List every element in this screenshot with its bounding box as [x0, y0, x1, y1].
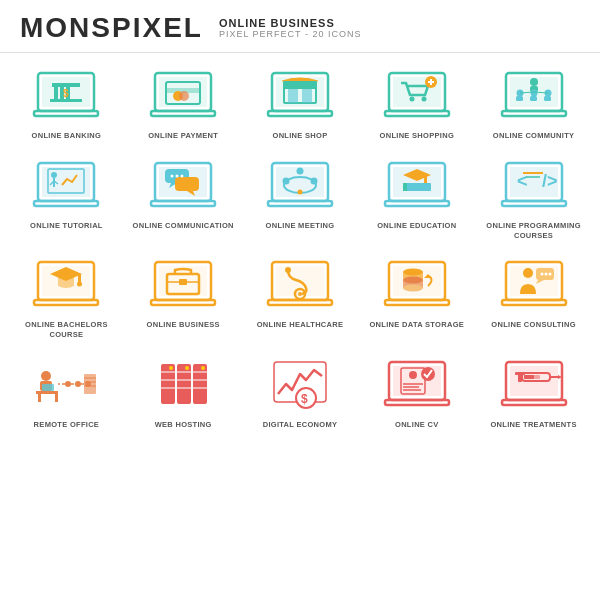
svg-point-122 [41, 371, 51, 381]
svg-rect-121 [502, 300, 566, 305]
svg-rect-139 [177, 364, 191, 404]
online-cv-icon [377, 354, 457, 416]
svg-rect-2 [52, 83, 80, 87]
svg-rect-38 [530, 96, 537, 101]
icon-cell-web-hosting: WEB HOSTING [127, 348, 240, 434]
svg-point-151 [185, 366, 189, 370]
online-shopping-icon [377, 65, 457, 127]
icon-cell-online-bachelors: ONLINE BACHELORS COURSE [10, 248, 123, 344]
svg-point-69 [297, 189, 302, 194]
svg-rect-3 [54, 87, 58, 99]
icon-cell-remote-office: REMOTE OFFICE [10, 348, 123, 434]
digital-economy-icon: $ [260, 354, 340, 416]
online-data-label: ONLINE DATA STORAGE [369, 320, 464, 330]
svg-rect-85 [502, 201, 566, 206]
icon-cell-online-shop: ONLINE SHOP [244, 59, 357, 145]
svg-rect-126 [55, 394, 58, 402]
icon-cell-online-business: ONLINE BUSINESS [127, 248, 240, 344]
svg-rect-40 [544, 96, 551, 101]
svg-rect-52 [34, 201, 98, 206]
svg-rect-62 [151, 201, 215, 206]
svg-rect-124 [36, 391, 58, 394]
svg-point-119 [544, 273, 547, 276]
svg-rect-76 [403, 183, 431, 191]
svg-rect-6 [50, 99, 82, 102]
svg-rect-91 [34, 300, 98, 305]
online-communication-icon [143, 155, 223, 217]
online-treatments-label: ONLINE TREATMENTS [490, 420, 576, 430]
svg-rect-74 [424, 175, 427, 183]
online-consulting-icon [494, 254, 574, 316]
svg-point-102 [298, 292, 302, 296]
online-banking-icon: $ [26, 65, 106, 127]
svg-rect-125 [38, 394, 41, 402]
icon-cell-online-tutorial: ONLINE TUTORIAL [10, 149, 123, 245]
icon-cell-digital-economy: $ DIGITAL ECONOMY [244, 348, 357, 434]
svg-point-118 [540, 273, 543, 276]
icon-cell-online-payment: ONLINE PAYMENT [127, 59, 240, 145]
online-banking-label: ONLINE BANKING [32, 131, 102, 141]
online-tutorial-icon [26, 155, 106, 217]
svg-point-101 [285, 267, 291, 273]
svg-point-128 [65, 381, 71, 387]
online-community-label: ONLINE COMMUNITY [493, 131, 574, 141]
icon-cell-online-programming: < /> ONLINE PROGRAMMING COURSES [477, 149, 590, 245]
svg-point-33 [530, 78, 538, 86]
icon-cell-online-banking: $ ONLINE BANKING [10, 59, 123, 145]
online-treatments-icon [494, 354, 574, 416]
svg-rect-21 [302, 89, 312, 103]
svg-rect-134 [84, 374, 96, 394]
online-meeting-label: ONLINE MEETING [266, 221, 335, 231]
svg-rect-138 [161, 364, 175, 404]
online-cv-label: ONLINE CV [395, 420, 439, 430]
online-shop-icon [260, 65, 340, 127]
svg-rect-57 [175, 177, 199, 191]
svg-point-66 [296, 167, 303, 174]
svg-point-129 [75, 381, 81, 387]
svg-rect-140 [193, 364, 207, 404]
web-hosting-label: WEB HOSTING [155, 420, 212, 430]
online-data-icon [377, 254, 457, 316]
svg-point-14 [179, 91, 189, 101]
svg-rect-8 [34, 111, 98, 116]
online-bachelors-label: ONLINE BACHELORS COURSE [12, 320, 121, 340]
online-shopping-label: ONLINE SHOPPING [380, 131, 455, 141]
svg-rect-19 [284, 81, 316, 89]
remote-office-icon [26, 354, 106, 416]
online-healthcare-icon [260, 254, 340, 316]
svg-text:/>: /> [542, 171, 558, 191]
online-business-label: ONLINE BUSINESS [147, 320, 220, 330]
svg-rect-173 [524, 375, 534, 379]
online-programming-label: ONLINE PROGRAMMING COURSES [479, 221, 588, 241]
svg-rect-103 [268, 300, 332, 305]
icon-cell-online-cv: ONLINE CV [360, 348, 473, 434]
svg-rect-44 [502, 111, 566, 116]
online-tutorial-label: ONLINE TUTORIAL [30, 221, 103, 231]
svg-point-48 [51, 172, 57, 178]
icon-cell-online-data: ONLINE DATA STORAGE [360, 248, 473, 344]
svg-point-110 [403, 285, 423, 292]
online-community-icon [494, 65, 574, 127]
svg-rect-172 [515, 372, 525, 375]
online-communication-label: ONLINE COMMUNICATION [133, 221, 234, 231]
online-education-label: ONLINE EDUCATION [377, 221, 456, 231]
svg-text:$: $ [63, 88, 69, 99]
svg-point-26 [421, 97, 426, 102]
icon-grid: $ ONLINE BANKING ONLINE PAYMENT [0, 53, 600, 440]
svg-point-59 [171, 174, 174, 177]
svg-rect-15 [151, 111, 215, 116]
svg-point-120 [548, 273, 551, 276]
svg-point-90 [77, 282, 82, 287]
online-bachelors-icon [26, 254, 106, 316]
svg-rect-127 [42, 384, 54, 391]
icon-cell-online-healthcare: ONLINE HEALTHCARE [244, 248, 357, 344]
online-programming-icon: < /> [494, 155, 574, 217]
online-shop-label: ONLINE SHOP [273, 131, 328, 141]
svg-rect-174 [502, 400, 566, 405]
web-hosting-icon [143, 354, 223, 416]
digital-economy-label: DIGITAL ECONOMY [263, 420, 338, 430]
svg-point-68 [310, 177, 317, 184]
svg-rect-77 [403, 183, 407, 191]
svg-point-159 [409, 371, 417, 379]
icon-cell-online-community: ONLINE COMMUNITY [477, 59, 590, 145]
